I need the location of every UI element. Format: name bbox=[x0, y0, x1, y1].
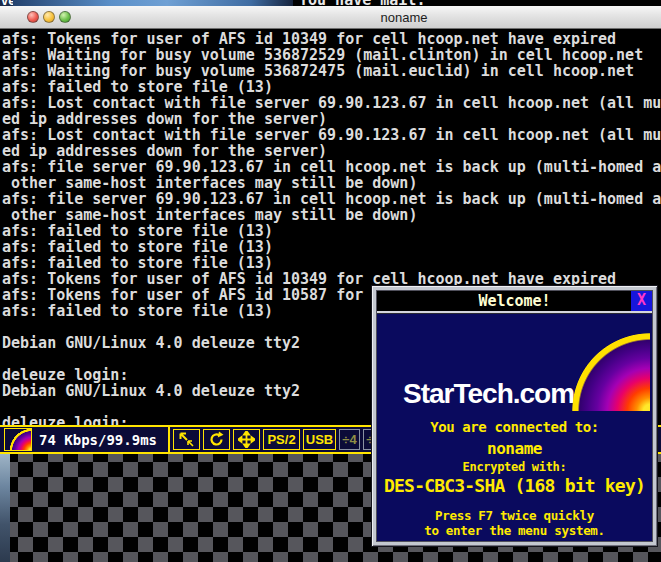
connected-label: You are connected to: bbox=[377, 419, 652, 435]
terminal-line: afs: Waiting for busy volume 536872529 (… bbox=[2, 47, 661, 63]
terminal-line: afs: failed to store file (13) bbox=[2, 239, 661, 255]
cipher-value: DES-CBC3-SHA (168 bit key) bbox=[377, 475, 652, 496]
window-zoom-button[interactable] bbox=[59, 11, 71, 23]
dialog-titlebar[interactable]: Welcome! X bbox=[377, 291, 652, 313]
window-title: noname bbox=[381, 10, 428, 25]
window-minimize-button[interactable] bbox=[43, 11, 55, 23]
background-window-edge bbox=[0, 454, 10, 562]
refresh-button[interactable] bbox=[203, 429, 230, 450]
terminal-line: afs: Tokens for user of AFS id 10349 for… bbox=[2, 31, 661, 47]
terminal-line: afs: Waiting for busy volume 536872475 (… bbox=[2, 63, 661, 79]
ps2-mode-button[interactable]: PS/2 bbox=[263, 429, 300, 450]
menu-hint-line1: Press F7 twice quickly bbox=[377, 508, 652, 523]
startech-arc-icon bbox=[570, 329, 650, 411]
connected-host-name: noname bbox=[377, 439, 652, 458]
terminal-line: afs: file server 69.90.123.67 in cell hc… bbox=[2, 191, 661, 207]
move-icon bbox=[238, 431, 255, 448]
dialog-close-button[interactable]: X bbox=[631, 291, 652, 311]
dialog-body: StarTech.com You are connected to: nonam… bbox=[377, 313, 652, 541]
terminal-line: afs: Lost contact with file server 69.90… bbox=[2, 127, 661, 143]
menu-hint-line2: to enter the menu system. bbox=[377, 523, 652, 538]
startech-wordmark: StarTech.com bbox=[403, 378, 574, 410]
terminal-line: other same-host interfaces may still be … bbox=[2, 175, 661, 191]
usb-mode-button[interactable]: USB bbox=[303, 429, 336, 450]
terminal-line: ed ip addresses down for the server) bbox=[2, 111, 661, 127]
mouse-sync-button[interactable] bbox=[173, 429, 200, 450]
terminal-line: afs: failed to store file (13) bbox=[2, 79, 661, 95]
scale-div4-button[interactable]: ÷4 bbox=[339, 429, 360, 450]
window-titlebar: noname bbox=[0, 6, 661, 29]
bandwidth-latency-readout: 74 Kbps/99.9ms bbox=[39, 432, 157, 448]
terminal-line: ed ip addresses down for the server) bbox=[2, 143, 661, 159]
terminal-line: other same-host interfaces may still be … bbox=[2, 207, 661, 223]
window-close-button[interactable] bbox=[27, 11, 39, 23]
terminal-line: afs: Lost contact with file server 69.90… bbox=[2, 95, 661, 111]
encryption-label: Encrypted with: bbox=[377, 460, 652, 474]
terminal-line: afs: failed to store file (13) bbox=[2, 255, 661, 271]
cursor-sync-icon bbox=[178, 431, 195, 448]
welcome-dialog: Welcome! X StarTech.com You are connecte… bbox=[371, 285, 658, 547]
terminal-line: afs: file server 69.90.123.67 in cell hc… bbox=[2, 159, 661, 175]
move-screen-button[interactable] bbox=[233, 429, 260, 450]
dialog-title: Welcome! bbox=[377, 291, 652, 311]
terminal-line: afs: failed to store file (13) bbox=[2, 223, 661, 239]
toolbar-divider bbox=[168, 427, 170, 452]
startech-logo-icon bbox=[4, 428, 32, 451]
refresh-icon bbox=[208, 431, 225, 448]
